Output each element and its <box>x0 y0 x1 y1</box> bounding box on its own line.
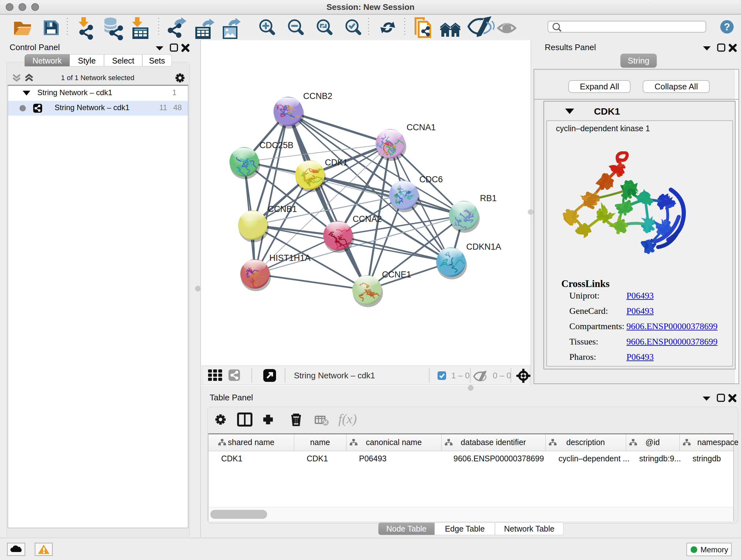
svg-text:f(x): f(x) <box>338 413 357 427</box>
svg-text:CCNB1: CCNB1 <box>268 204 297 214</box>
svg-text:CCNB2: CCNB2 <box>303 91 333 101</box>
svg-text:RB1: RB1 <box>480 193 497 203</box>
svg-text:CDC25B: CDC25B <box>259 140 293 150</box>
svg-text:HIST1H1A: HIST1H1A <box>269 253 311 263</box>
svg-text:CDKN1A: CDKN1A <box>466 242 501 252</box>
svg-text:CCNA2: CCNA2 <box>353 214 382 224</box>
svg-text:CCNE1: CCNE1 <box>382 270 411 279</box>
svg-text:CCNA1: CCNA1 <box>407 123 436 132</box>
svg-text:CDK1: CDK1 <box>325 158 348 167</box>
svg-text:CDC6: CDC6 <box>419 175 443 184</box>
